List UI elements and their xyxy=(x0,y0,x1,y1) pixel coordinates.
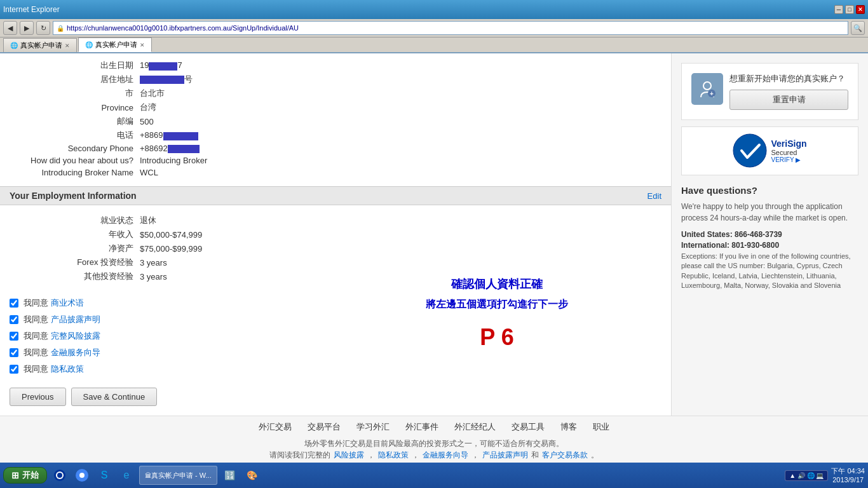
checkbox-3[interactable] xyxy=(10,332,18,341)
employment-area: 就业状态 退休 年收入 $50,000-$74,999 净资产 $75,000-… xyxy=(0,212,323,291)
browser-title: Internet Explorer xyxy=(3,5,60,14)
checkbox-link-5[interactable]: 隐私政策 xyxy=(51,364,84,374)
footer-nav-2[interactable]: 交易平台 xyxy=(308,421,341,433)
footer-nav-3[interactable]: 学习外汇 xyxy=(356,421,390,433)
refresh-btn[interactable]: ↻ xyxy=(36,21,50,35)
assets-value: $75,000-$99,999 xyxy=(140,244,202,254)
status-label: 就业状态 xyxy=(13,215,140,226)
close-btn[interactable]: ✕ xyxy=(856,5,865,14)
phone-value: +8869 xyxy=(140,130,198,140)
taskbar-calc[interactable]: 🔢 xyxy=(220,466,240,485)
checkbox-item-1: 我同意 商业术语 xyxy=(10,297,313,309)
address-text: https://chunlanwenca0010g0010.ibfxpartne… xyxy=(67,24,299,32)
maximize-btn[interactable]: □ xyxy=(845,5,854,14)
checkbox-1[interactable] xyxy=(10,299,18,308)
checkbox-label-5: 我同意 隐私政策 xyxy=(24,363,84,375)
back-btn[interactable]: ◀ xyxy=(3,21,17,35)
phone-row: 电话 +8869 xyxy=(13,130,658,141)
sidebar: + 想重新开始申请您的真实账户？ 重置申请 VeriSign Secur xyxy=(671,53,868,416)
broker-label: Introducing Broker Name xyxy=(13,168,140,177)
footer-link-5[interactable]: 客户交易条款 xyxy=(542,449,588,461)
checkbox-4[interactable] xyxy=(10,348,18,357)
checkbox-2[interactable] xyxy=(10,315,18,324)
forward-btn[interactable]: ▶ xyxy=(20,21,34,35)
intl-phone-label: International: 801-930-6800 xyxy=(681,241,858,250)
help-text: We're happy to help you through the appl… xyxy=(681,201,858,224)
tab-close-1[interactable]: ✕ xyxy=(65,43,70,49)
start-button[interactable]: ⊞ 开始 xyxy=(3,467,47,484)
checkbox-link-3[interactable]: 完整风险披露 xyxy=(51,331,100,341)
taskbar-chrome[interactable] xyxy=(72,466,92,485)
other-exp-label: 其他投资经验 xyxy=(13,271,140,282)
search-btn[interactable]: 🔍 xyxy=(851,21,865,35)
tab-1[interactable]: 🌐 真实帐户申请 ✕ xyxy=(3,38,77,52)
postal-value: 500 xyxy=(140,117,154,126)
footer-link-2[interactable]: 隐私政策 xyxy=(378,449,409,461)
footer-nav-1[interactable]: 外汇交易 xyxy=(259,421,292,433)
tab-2[interactable]: 🌐 真实帐户申请 ✕ xyxy=(78,37,152,52)
footer-nav: 外汇交易 交易平台 学习外汇 外汇事件 外汇经纪人 交易工具 博客 职业 xyxy=(0,421,868,433)
tab-label-1: 真实帐户申请 xyxy=(20,41,62,50)
secondary-phone-value: +88692 xyxy=(140,144,200,153)
taskbar-paint[interactable]: 🎨 xyxy=(243,466,262,485)
postal-row: 邮编 500 xyxy=(13,116,658,127)
edit-link[interactable]: Edit xyxy=(648,191,661,201)
taskbar-right: ▲ 🔊 🌐 💻 下午 04:34 2013/9/17 xyxy=(785,466,865,485)
checkbox-label-4: 我同意 金融服务向导 xyxy=(24,347,100,358)
address-bar[interactable]: 🔒 https://chunlanwenca0010g0010.ibfxpart… xyxy=(53,21,848,35)
dob-row: 出生日期 197 xyxy=(13,60,658,71)
taskbar-teamviewer[interactable] xyxy=(50,466,69,485)
verisign-logo: VeriSign Secured VERIFY ▶ xyxy=(733,133,806,168)
tab-close-2[interactable]: ✕ xyxy=(140,42,145,48)
income-label: 年收入 xyxy=(13,229,140,240)
footer-nav-6[interactable]: 交易工具 xyxy=(512,421,545,433)
taskbar-left: ⊞ 开始 S e 🏛 真实帐户申请 - W... 🔢 🎨 xyxy=(3,466,262,485)
window-controls: ─ □ ✕ xyxy=(834,5,865,14)
footer-nav-7[interactable]: 博客 xyxy=(560,421,577,433)
footer-link-3[interactable]: 金融服务向导 xyxy=(423,449,468,461)
end: 。 xyxy=(591,449,599,461)
browser-chrome: ◀ ▶ ↻ 🔒 https://chunlanwenca0010g0010.ib… xyxy=(0,19,868,37)
save-continue-button[interactable]: Save & Continue xyxy=(71,388,158,406)
footer-disclaimer: 场外零售外汇交易是目前风险最高的投资形式之一，可能不适合所有交易商。 请阅读我们… xyxy=(0,438,868,461)
previous-button[interactable]: Previous xyxy=(10,388,66,406)
taskbar-skype[interactable]: S xyxy=(95,466,114,485)
taskbar-ie[interactable]: e xyxy=(117,466,136,485)
checkbox-link-1[interactable]: 商业术语 xyxy=(51,298,84,308)
minimize-btn[interactable]: ─ xyxy=(834,5,843,14)
checkbox-item-3: 我同意 完整风险披露 xyxy=(10,330,313,342)
broker-row: Introducing Broker Name WCL xyxy=(13,168,658,177)
tab-icon-2: 🌐 xyxy=(85,41,93,48)
checkbox-link-2[interactable]: 产品披露声明 xyxy=(51,315,100,324)
status-row: 就业状态 退休 xyxy=(13,215,310,226)
main-content: 出生日期 197 居住地址 号 市 台北市 Province 台湾 邮编 500… xyxy=(0,53,868,416)
postal-label: 邮编 xyxy=(13,116,140,127)
page-number: P 6 xyxy=(480,324,513,351)
other-exp-row: 其他投资经验 3 years xyxy=(13,271,310,282)
checkbox-link-4[interactable]: 金融服务向导 xyxy=(51,348,100,357)
assets-label: 净资产 xyxy=(13,243,140,254)
checkbox-5[interactable] xyxy=(10,365,18,374)
other-exp-value: 3 years xyxy=(140,272,167,281)
reset-text-area: 想重新开始申请您的真实账户？ 重置申请 xyxy=(729,73,848,110)
city-label: 市 xyxy=(13,88,140,99)
date: 2013/9/17 xyxy=(831,475,865,484)
address-row: 居住地址 号 xyxy=(13,74,658,85)
reset-btn[interactable]: 重置申请 xyxy=(729,90,848,110)
footer-nav-8[interactable]: 职业 xyxy=(593,421,609,433)
taskbar-app[interactable]: 🏛 真实帐户申请 - W... xyxy=(139,466,217,485)
secondary-phone-row: Secondary Phone +88692 xyxy=(13,144,658,153)
phone-label: 电话 xyxy=(13,130,140,141)
footer-link-1[interactable]: 风险披露 xyxy=(334,449,364,461)
footer-link-4[interactable]: 产品披露声明 xyxy=(482,449,528,461)
verisign-box: VeriSign Secured VERIFY ▶ xyxy=(681,126,858,175)
address-label: 居住地址 xyxy=(13,74,140,85)
us-phone-label: United States: 866-468-3739 xyxy=(681,230,858,239)
address-icon: 🔒 xyxy=(57,25,64,32)
footer: 外汇交易 交易平台 学习外汇 外汇事件 外汇经纪人 交易工具 博客 职业 场外零… xyxy=(0,416,868,466)
footer-nav-5[interactable]: 外汇经纪人 xyxy=(454,421,496,433)
button-area: Previous Save & Continue xyxy=(0,381,323,416)
footer-nav-4[interactable]: 外汇事件 xyxy=(405,421,438,433)
taskbar-app-label: 真实帐户申请 - W... xyxy=(151,471,212,480)
reset-section: + 想重新开始申请您的真实账户？ 重置申请 xyxy=(681,63,858,120)
